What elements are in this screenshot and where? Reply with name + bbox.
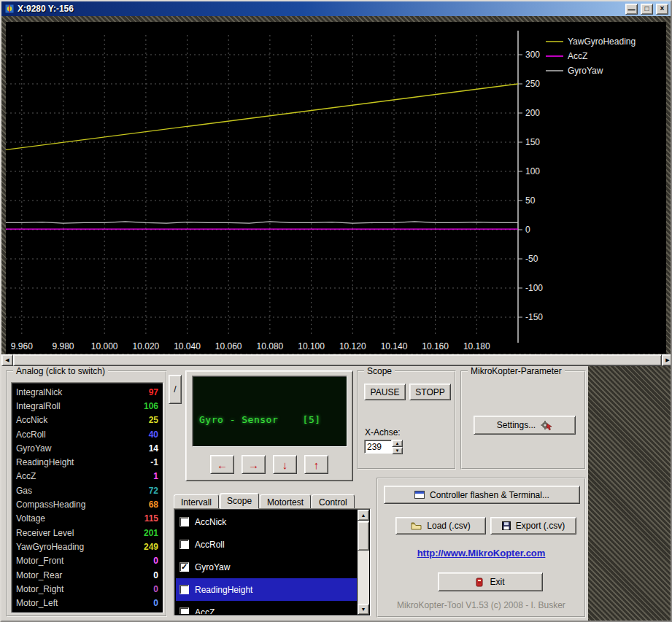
checkbox-gyroyaw[interactable]: ✓ xyxy=(179,562,189,572)
scope-caption: Scope xyxy=(364,366,395,376)
settings-icon xyxy=(541,420,552,431)
tab-strip: IntervallScopeMotortestControl xyxy=(174,493,355,509)
settings-button[interactable]: Settings... xyxy=(474,416,576,435)
x-axis-input[interactable] xyxy=(364,440,392,454)
analog-row[interactable]: YawGyroHeading249 xyxy=(12,540,163,553)
chart-grid xyxy=(6,35,518,337)
scope-chart: 300250200150100500-50-100-1509.9609.9801… xyxy=(6,22,666,354)
load-csv-button[interactable]: Load (.csv) xyxy=(395,517,486,534)
svg-text:10.160: 10.160 xyxy=(422,341,449,351)
svg-text:AccZ: AccZ xyxy=(568,51,587,61)
svg-text:10.140: 10.140 xyxy=(381,341,408,351)
analog-row[interactable]: Receiver Level201 xyxy=(12,526,163,540)
analog-value: 249 xyxy=(144,542,158,552)
analog-row[interactable]: CompassHeading68 xyxy=(12,497,163,511)
analog-value: 97 xyxy=(149,387,158,397)
analog-row[interactable]: IntegralRoll106 xyxy=(12,399,163,413)
analog-row[interactable]: Motor_Rear0 xyxy=(12,568,163,582)
x-axis-label: X-Achse: xyxy=(365,427,401,438)
analog-group: Analog (click to switch) IntegralNick97I… xyxy=(6,370,167,617)
chart-area[interactable]: 300250200150100500-50-100-1509.9609.9801… xyxy=(6,22,666,354)
channel-row-gyroyaw[interactable]: ✓GyroYaw xyxy=(176,556,357,578)
analog-row[interactable]: Motor_Front0 xyxy=(12,554,163,568)
minimize-button[interactable]: — xyxy=(625,4,638,15)
analog-row[interactable]: AccRoll40 xyxy=(12,427,163,441)
lcd-arrow-buttons: ←→↓↑ xyxy=(186,455,352,474)
svg-text:50: 50 xyxy=(525,195,536,206)
scroll-up-icon[interactable]: ▲ xyxy=(358,510,369,521)
svg-text:9.980: 9.980 xyxy=(52,341,74,351)
checkbox-accnick[interactable] xyxy=(179,517,189,526)
stop-button[interactable]: STOPP xyxy=(409,384,451,400)
svg-text:10.100: 10.100 xyxy=(298,341,325,351)
analog-row[interactable]: ReadingHeight-1 xyxy=(12,455,163,469)
channel-row-accz[interactable]: AccZ xyxy=(176,601,357,614)
channel-label: AccNick xyxy=(195,517,226,527)
chart-legend: YawGyroHeadingAccZGyroYaw xyxy=(546,36,636,76)
svg-text:10.060: 10.060 xyxy=(215,341,242,351)
analog-value: 201 xyxy=(144,528,158,538)
lcd-arrow-right-button[interactable]: → xyxy=(242,455,266,474)
analog-row[interactable]: Voltage115 xyxy=(12,512,163,526)
svg-text:10.120: 10.120 xyxy=(339,341,366,351)
lcd-arrow-down-button[interactable]: ↓ xyxy=(273,455,297,474)
x-axis-spinner: ▲ ▼ xyxy=(364,440,403,454)
analog-caption: Analog (click to switch) xyxy=(13,366,108,376)
analog-label: IntegralRoll xyxy=(16,401,61,411)
spin-up-icon[interactable]: ▲ xyxy=(392,440,403,447)
tab-scope[interactable]: Scope xyxy=(220,493,259,509)
exit-button[interactable]: Exit xyxy=(438,572,543,591)
spin-down-icon[interactable]: ▼ xyxy=(392,447,403,454)
checkbox-accz[interactable] xyxy=(179,607,189,614)
slash-button[interactable]: / xyxy=(169,375,182,404)
titlebar[interactable]: X:9280 Y:-156 — □ × xyxy=(1,1,671,16)
scope-group: Scope PAUSE STOPP X-Achse: ▲ ▼ xyxy=(357,370,456,470)
analog-row[interactable]: Gas72 xyxy=(12,483,163,497)
analog-row[interactable]: IntegralNick97 xyxy=(12,385,163,399)
version-footer: MikroKopter-Tool V1.53 (c) 2008 - I. Bus… xyxy=(378,600,584,610)
channel-row-accroll[interactable]: AccRoll xyxy=(176,533,357,556)
svg-text:10.000: 10.000 xyxy=(91,341,118,351)
export-csv-button[interactable]: Export (.csv) xyxy=(490,517,576,534)
tab-intervall[interactable]: Intervall xyxy=(174,494,219,509)
chart-horizontal-scrollbar[interactable]: ◀ ▶ xyxy=(1,354,672,366)
chart-x-axis: 9.9609.98010.00010.02010.04010.06010.080… xyxy=(11,341,490,351)
svg-text:300: 300 xyxy=(525,50,540,60)
analog-value: 40 xyxy=(149,429,158,440)
tab-motortest[interactable]: Motortest xyxy=(260,494,311,509)
analog-value: 72 xyxy=(149,486,158,496)
scroll-left-icon[interactable]: ◀ xyxy=(1,354,13,366)
maximize-button[interactable]: □ xyxy=(641,4,653,15)
channel-row-accnick[interactable]: AccNick xyxy=(176,510,357,533)
pause-button[interactable]: PAUSE xyxy=(364,384,406,400)
analog-value: 1 xyxy=(153,471,158,481)
svg-text:-150: -150 xyxy=(525,312,543,322)
mikrokopter-link[interactable]: http://www.MikroKopter.com xyxy=(417,548,546,559)
svg-text:GyroYaw: GyroYaw xyxy=(568,66,603,76)
channel-row-readingheight[interactable]: ReadingHeight xyxy=(176,578,357,601)
svg-text:-100: -100 xyxy=(525,283,543,293)
analog-row[interactable]: AccZ1 xyxy=(12,470,163,483)
checkbox-readingheight[interactable] xyxy=(179,585,189,594)
checkbox-accroll[interactable] xyxy=(179,540,189,549)
analog-label: AccNick xyxy=(16,415,47,425)
analog-value-list[interactable]: IntegralNick97IntegralRoll106AccNick25Ac… xyxy=(11,382,163,613)
controller-flash-terminal-button[interactable]: Controller flashen & Terminal... xyxy=(384,486,580,504)
analog-value: 0 xyxy=(153,570,158,580)
tab-control[interactable]: Control xyxy=(312,494,355,509)
scroll-down-icon[interactable]: ▼ xyxy=(358,604,369,615)
arrow-left-icon: ← xyxy=(217,459,228,471)
channel-list-scrollbar[interactable]: ▲ ▼ xyxy=(358,510,369,615)
analog-row[interactable]: AccNick25 xyxy=(12,413,163,427)
analog-value: 115 xyxy=(144,513,158,524)
analog-row[interactable]: GyroYaw14 xyxy=(12,441,163,455)
scrollbar-thumb[interactable] xyxy=(13,354,662,366)
lcd-arrow-left-button[interactable]: ← xyxy=(210,455,234,474)
close-button[interactable]: × xyxy=(656,4,668,15)
analog-row[interactable]: Motor_Right0 xyxy=(12,582,163,596)
lcd-arrow-up-button[interactable]: ↑ xyxy=(304,455,328,474)
scroll-right-icon[interactable]: ▶ xyxy=(662,354,672,366)
svg-text:9.960: 9.960 xyxy=(11,341,33,351)
analog-row[interactable]: Motor_Left0 xyxy=(12,596,163,610)
scrollbar-thumb[interactable] xyxy=(358,521,369,551)
